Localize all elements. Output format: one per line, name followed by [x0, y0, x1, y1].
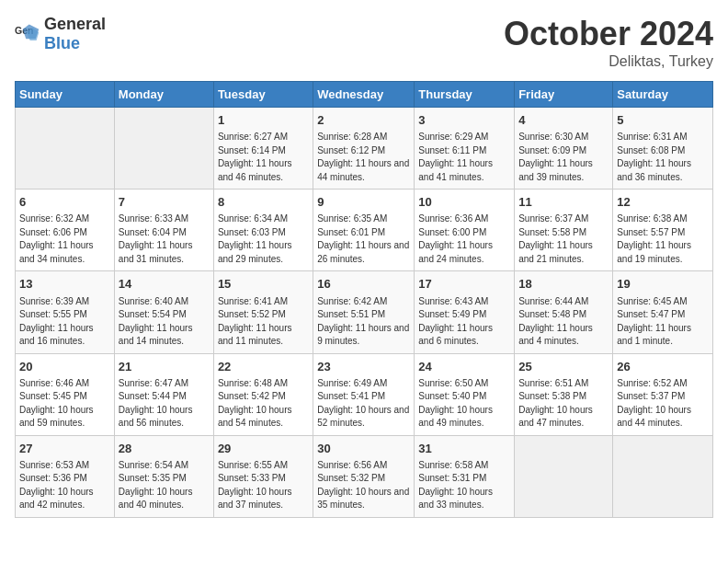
day-number: 4 [518, 112, 609, 129]
page-header: Gen General Blue October 2024 Deliktas, … [15, 15, 713, 70]
day-info: Sunrise: 6:51 AM Sunset: 5:38 PM Dayligh… [518, 377, 609, 431]
day-number: 18 [518, 276, 609, 293]
calendar-cell: 28Sunrise: 6:54 AM Sunset: 5:35 PM Dayli… [114, 435, 213, 517]
calendar-cell: 9Sunrise: 6:35 AM Sunset: 6:01 PM Daylig… [313, 190, 415, 271]
calendar-cell [613, 435, 713, 517]
header-friday: Friday [515, 82, 613, 108]
calendar-cell [16, 108, 115, 190]
day-info: Sunrise: 6:49 AM Sunset: 5:41 PM Dayligh… [317, 377, 410, 431]
day-number: 19 [617, 276, 709, 293]
day-info: Sunrise: 6:39 AM Sunset: 5:55 PM Dayligh… [19, 295, 110, 349]
day-number: 29 [218, 441, 309, 457]
header-monday: Monday [114, 82, 213, 108]
day-info: Sunrise: 6:54 AM Sunset: 5:35 PM Dayligh… [119, 459, 210, 512]
calendar-cell: 25Sunrise: 6:51 AM Sunset: 5:38 PM Dayli… [515, 353, 613, 435]
calendar-week-1: 1Sunrise: 6:27 AM Sunset: 6:14 PM Daylig… [16, 108, 713, 190]
day-number: 8 [218, 194, 309, 211]
calendar-cell: 19Sunrise: 6:45 AM Sunset: 5:47 PM Dayli… [613, 271, 713, 353]
day-number: 5 [617, 112, 709, 129]
calendar-cell: 22Sunrise: 6:48 AM Sunset: 5:42 PM Dayli… [213, 353, 313, 435]
header-sunday: Sunday [16, 82, 115, 108]
day-info: Sunrise: 6:48 AM Sunset: 5:42 PM Dayligh… [218, 377, 309, 431]
day-info: Sunrise: 6:43 AM Sunset: 5:49 PM Dayligh… [418, 295, 510, 349]
day-number: 9 [317, 194, 410, 211]
calendar-cell: 29Sunrise: 6:55 AM Sunset: 5:33 PM Dayli… [213, 435, 313, 517]
calendar-cell: 7Sunrise: 6:33 AM Sunset: 6:04 PM Daylig… [114, 190, 213, 271]
day-info: Sunrise: 6:53 AM Sunset: 5:36 PM Dayligh… [19, 459, 110, 512]
day-number: 7 [119, 194, 210, 211]
calendar-cell: 13Sunrise: 6:39 AM Sunset: 5:55 PM Dayli… [16, 271, 115, 353]
day-info: Sunrise: 6:35 AM Sunset: 6:01 PM Dayligh… [317, 213, 410, 266]
calendar-body: 1Sunrise: 6:27 AM Sunset: 6:14 PM Daylig… [16, 108, 713, 518]
day-info: Sunrise: 6:29 AM Sunset: 6:11 PM Dayligh… [418, 131, 510, 184]
calendar-header-row: Sunday Monday Tuesday Wednesday Thursday… [16, 82, 713, 108]
day-info: Sunrise: 6:30 AM Sunset: 6:09 PM Dayligh… [518, 131, 609, 184]
day-number: 30 [317, 441, 410, 457]
month-title: October 2024 [504, 15, 713, 53]
logo-text-general: General [44, 15, 106, 33]
calendar-cell: 18Sunrise: 6:44 AM Sunset: 5:48 PM Dayli… [515, 271, 613, 353]
day-number: 26 [617, 359, 709, 375]
day-number: 20 [19, 359, 110, 375]
calendar-cell: 21Sunrise: 6:47 AM Sunset: 5:44 PM Dayli… [114, 353, 213, 435]
calendar-week-5: 27Sunrise: 6:53 AM Sunset: 5:36 PM Dayli… [16, 435, 713, 517]
day-info: Sunrise: 6:31 AM Sunset: 6:08 PM Dayligh… [617, 131, 709, 184]
day-info: Sunrise: 6:28 AM Sunset: 6:12 PM Dayligh… [317, 131, 410, 184]
day-info: Sunrise: 6:50 AM Sunset: 5:40 PM Dayligh… [418, 377, 510, 431]
day-info: Sunrise: 6:46 AM Sunset: 5:45 PM Dayligh… [19, 377, 110, 431]
day-number: 28 [119, 441, 210, 457]
calendar-cell: 14Sunrise: 6:40 AM Sunset: 5:54 PM Dayli… [114, 271, 213, 353]
day-info: Sunrise: 6:32 AM Sunset: 6:06 PM Dayligh… [19, 213, 110, 266]
day-info: Sunrise: 6:41 AM Sunset: 5:52 PM Dayligh… [218, 295, 309, 349]
day-info: Sunrise: 6:34 AM Sunset: 6:03 PM Dayligh… [218, 213, 309, 266]
calendar-cell: 5Sunrise: 6:31 AM Sunset: 6:08 PM Daylig… [613, 108, 713, 190]
calendar-cell: 27Sunrise: 6:53 AM Sunset: 5:36 PM Dayli… [16, 435, 115, 517]
day-info: Sunrise: 6:47 AM Sunset: 5:44 PM Dayligh… [119, 377, 210, 431]
header-thursday: Thursday [415, 82, 515, 108]
day-number: 2 [317, 112, 410, 129]
day-number: 25 [518, 359, 609, 375]
day-info: Sunrise: 6:37 AM Sunset: 5:58 PM Dayligh… [518, 213, 609, 266]
day-number: 14 [119, 276, 210, 293]
calendar-cell: 24Sunrise: 6:50 AM Sunset: 5:40 PM Dayli… [415, 353, 515, 435]
day-info: Sunrise: 6:38 AM Sunset: 5:57 PM Dayligh… [617, 213, 709, 266]
header-saturday: Saturday [613, 82, 713, 108]
calendar-cell: 2Sunrise: 6:28 AM Sunset: 6:12 PM Daylig… [313, 108, 415, 190]
day-number: 24 [418, 359, 510, 375]
calendar-cell [114, 108, 213, 190]
day-info: Sunrise: 6:45 AM Sunset: 5:47 PM Dayligh… [617, 295, 709, 349]
day-number: 15 [218, 276, 309, 293]
location-title: Deliktas, Turkey [504, 53, 713, 70]
day-number: 17 [418, 276, 510, 293]
day-info: Sunrise: 6:42 AM Sunset: 5:51 PM Dayligh… [317, 295, 410, 349]
calendar-cell: 12Sunrise: 6:38 AM Sunset: 5:57 PM Dayli… [613, 190, 713, 271]
calendar-cell: 11Sunrise: 6:37 AM Sunset: 5:58 PM Dayli… [515, 190, 613, 271]
calendar-week-2: 6Sunrise: 6:32 AM Sunset: 6:06 PM Daylig… [16, 190, 713, 271]
calendar-cell: 16Sunrise: 6:42 AM Sunset: 5:51 PM Dayli… [313, 271, 415, 353]
day-number: 12 [617, 194, 709, 211]
calendar-cell: 6Sunrise: 6:32 AM Sunset: 6:06 PM Daylig… [16, 190, 115, 271]
logo-text-blue: Blue [44, 34, 80, 52]
header-wednesday: Wednesday [313, 82, 415, 108]
day-info: Sunrise: 6:33 AM Sunset: 6:04 PM Dayligh… [119, 213, 210, 266]
calendar-cell: 17Sunrise: 6:43 AM Sunset: 5:49 PM Dayli… [415, 271, 515, 353]
header-tuesday: Tuesday [213, 82, 313, 108]
calendar-week-4: 20Sunrise: 6:46 AM Sunset: 5:45 PM Dayli… [16, 353, 713, 435]
day-number: 1 [218, 112, 309, 129]
calendar-cell: 4Sunrise: 6:30 AM Sunset: 6:09 PM Daylig… [515, 108, 613, 190]
day-number: 27 [19, 441, 110, 457]
day-number: 23 [317, 359, 410, 375]
calendar-week-3: 13Sunrise: 6:39 AM Sunset: 5:55 PM Dayli… [16, 271, 713, 353]
day-info: Sunrise: 6:27 AM Sunset: 6:14 PM Dayligh… [218, 131, 309, 184]
logo-icon: Gen [15, 21, 40, 47]
day-number: 31 [418, 441, 510, 457]
day-info: Sunrise: 6:58 AM Sunset: 5:31 PM Dayligh… [418, 459, 510, 512]
day-info: Sunrise: 6:55 AM Sunset: 5:33 PM Dayligh… [218, 459, 309, 512]
day-number: 21 [119, 359, 210, 375]
day-number: 22 [218, 359, 309, 375]
title-block: October 2024 Deliktas, Turkey [504, 15, 713, 70]
day-info: Sunrise: 6:40 AM Sunset: 5:54 PM Dayligh… [119, 295, 210, 349]
day-number: 10 [418, 194, 510, 211]
calendar-cell: 3Sunrise: 6:29 AM Sunset: 6:11 PM Daylig… [415, 108, 515, 190]
calendar-cell: 23Sunrise: 6:49 AM Sunset: 5:41 PM Dayli… [313, 353, 415, 435]
